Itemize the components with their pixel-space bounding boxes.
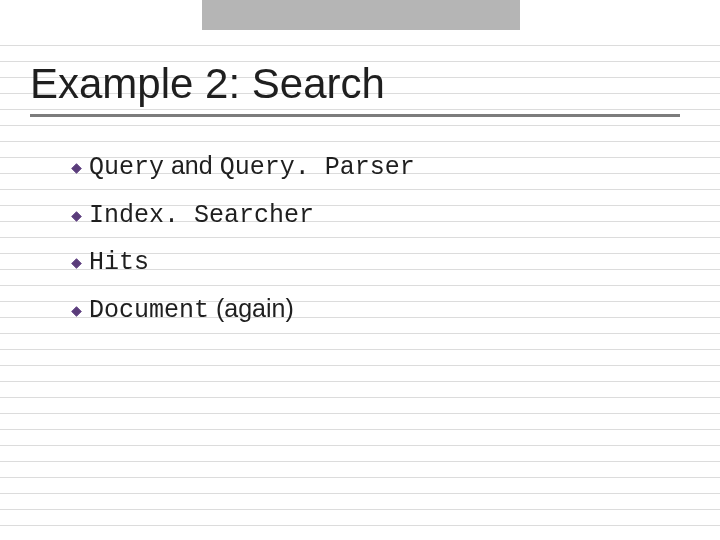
svg-rect-0 xyxy=(72,164,82,174)
title-underline xyxy=(30,114,680,117)
bullet-list: Query and Query. Parser Index. Searcher xyxy=(70,149,690,327)
bullet-text: Hits xyxy=(89,248,149,277)
list-item: Query and Query. Parser xyxy=(70,149,690,185)
bullet-text: Query. Parser xyxy=(220,153,415,182)
diamond-bullet-icon xyxy=(70,255,83,268)
slide-content: Example 2: Search Query and Query. Parse… xyxy=(30,60,690,339)
slide-title: Example 2: Search xyxy=(30,60,690,108)
diamond-bullet-icon xyxy=(70,160,83,173)
svg-rect-2 xyxy=(72,211,82,221)
svg-rect-6 xyxy=(72,306,82,316)
bullet-text: Index. Searcher xyxy=(89,201,314,230)
svg-rect-4 xyxy=(72,259,82,269)
top-grey-bar xyxy=(202,0,520,30)
bullet-text: Query xyxy=(89,153,164,182)
bullet-text: and xyxy=(171,151,220,179)
diamond-bullet-icon xyxy=(70,303,83,316)
list-item: Hits xyxy=(70,244,690,280)
list-item: Document (again) xyxy=(70,292,690,328)
bullet-text: (again) xyxy=(216,294,294,322)
bullet-text: Document xyxy=(89,296,209,325)
diamond-bullet-icon xyxy=(70,208,83,221)
list-item: Index. Searcher xyxy=(70,197,690,233)
